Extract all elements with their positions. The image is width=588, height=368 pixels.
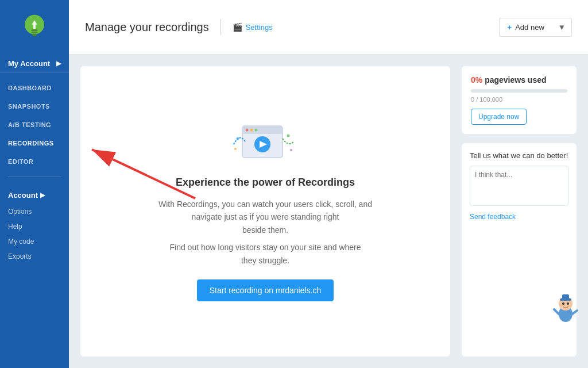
empty-state-description: With Recordings, you can watch your user… (158, 198, 372, 267)
pageviews-percent: 0% (471, 75, 482, 85)
nav-items: DASHBOARD SNAPSHOTS A/B TESTING RECORDIN… (0, 73, 69, 368)
page-title: Manage your recordings (85, 21, 209, 34)
svg-point-9 (250, 129, 253, 132)
account-label: Account (8, 191, 38, 200)
empty-state-title: Experience the power of Recordings (176, 177, 355, 189)
settings-link[interactable]: 🎬 Settings (233, 22, 273, 32)
svg-point-15 (234, 148, 237, 150)
my-account-header[interactable]: My Account ▶ (0, 55, 69, 73)
sidebar-item-exports[interactable]: Exports (0, 249, 69, 264)
send-feedback-link[interactable]: Send feedback (470, 213, 568, 221)
feedback-textarea[interactable] (470, 166, 568, 206)
add-new-dropdown-button[interactable]: ▼ (552, 18, 572, 37)
upgrade-button[interactable]: Upgrade now (471, 109, 527, 125)
sidebar-item-help[interactable]: Help (0, 219, 69, 234)
recordings-empty-state: Experience the power of Recordings With … (158, 121, 372, 301)
feedback-mascot-icon (553, 292, 579, 328)
svg-rect-2 (32, 32, 37, 33)
account-expand-header[interactable]: Account ▶ (0, 186, 69, 204)
pageviews-label-suffix: pageviews used (485, 75, 546, 85)
svg-point-22 (567, 302, 569, 305)
logo-icon (22, 13, 47, 43)
svg-point-14 (287, 135, 290, 137)
recording-illustration-svg (231, 121, 300, 167)
sidebar-item-editor[interactable]: EDITOR (0, 152, 69, 171)
account-section: Account ▶ Options Help My code Exports (0, 183, 69, 267)
svg-point-16 (290, 149, 292, 151)
svg-rect-1 (31, 29, 37, 31)
add-new-button[interactable]: + Add new (499, 18, 552, 37)
sidebar-item-dashboard[interactable]: DASHBOARD (0, 79, 69, 97)
svg-point-8 (246, 129, 249, 132)
sidebar-item-recordings[interactable]: RECORDINGS (0, 134, 69, 152)
title-divider (220, 19, 221, 35)
right-panel: 0% pageviews used 0 / 100,000 Upgrade no… (462, 66, 577, 356)
sidebar-item-snapshots[interactable]: SNAPSHOTS (0, 97, 69, 116)
empty-desc-1: With Recordings, you can watch your user… (158, 198, 372, 236)
svg-point-10 (255, 129, 258, 132)
sidebar-item-my-code[interactable]: My code (0, 234, 69, 249)
svg-point-21 (562, 302, 564, 305)
content-area: Experience the power of Recordings With … (69, 55, 588, 368)
sidebar: My Account ▶ DASHBOARD SNAPSHOTS A/B TES… (0, 0, 69, 368)
recordings-illustration (231, 121, 300, 167)
svg-line-23 (554, 309, 559, 314)
main-card: Experience the power of Recordings With … (80, 66, 450, 356)
settings-label: Settings (246, 23, 273, 32)
empty-desc-2: Find out how long visitors stay on your … (158, 241, 372, 267)
svg-rect-20 (562, 294, 569, 300)
pageviews-card: 0% pageviews used 0 / 100,000 Upgrade no… (462, 66, 577, 134)
video-icon: 🎬 (233, 22, 242, 32)
top-bar: Manage your recordings 🎬 Settings + Add … (69, 0, 588, 55)
progress-bar-background (471, 89, 567, 93)
start-recording-button[interactable]: Start recording on mrdaniels.ch (197, 279, 334, 301)
feedback-card: Tell us what we can do better! Send feed… (462, 143, 577, 356)
my-account-label: My Account (8, 59, 50, 68)
add-new-label: Add new (515, 23, 544, 32)
add-new-area: + Add new ▼ (499, 18, 572, 37)
sidebar-item-options[interactable]: Options (0, 204, 69, 219)
nav-divider (8, 177, 61, 177)
pageviews-count: 0 / 100,000 (471, 96, 567, 103)
dropdown-arrow-icon: ▼ (558, 23, 566, 32)
svg-rect-3 (32, 33, 37, 36)
my-account-arrow-icon: ▶ (56, 60, 61, 67)
sidebar-item-ab-testing[interactable]: A/B TESTING (0, 116, 69, 134)
sidebar-logo-area (0, 0, 69, 55)
pageviews-title: 0% pageviews used (471, 75, 567, 85)
feedback-title: Tell us what we can do better! (470, 151, 568, 160)
plus-icon: + (508, 23, 512, 32)
account-arrow-icon: ▶ (40, 191, 45, 199)
svg-line-24 (572, 310, 577, 314)
main-area: Manage your recordings 🎬 Settings + Add … (69, 0, 588, 368)
